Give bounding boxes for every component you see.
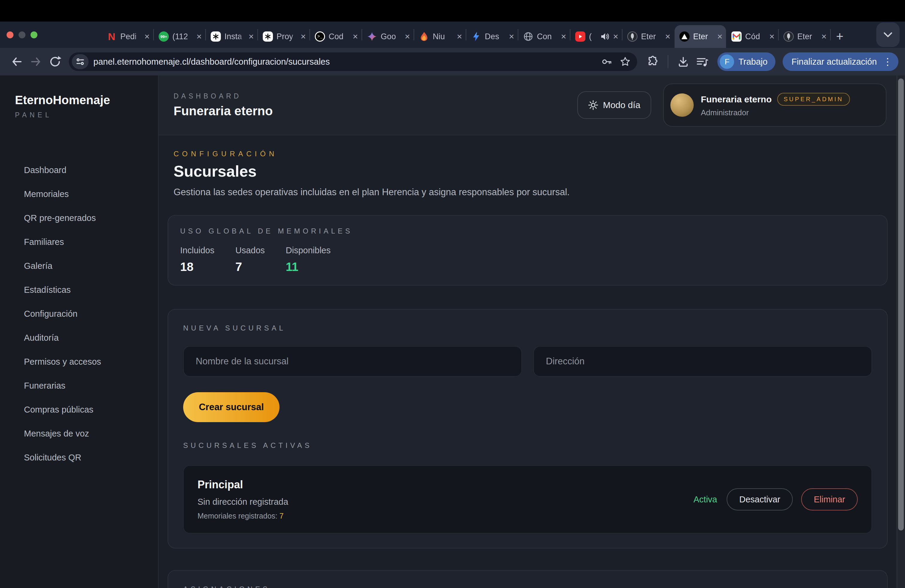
section-description: Gestiona las sedes operativas incluidas … bbox=[173, 187, 888, 198]
close-window-button[interactable] bbox=[6, 32, 13, 38]
tab-close-icon[interactable]: × bbox=[509, 32, 514, 41]
sidebar-item-qr-pregenerados[interactable]: QR pre-generados bbox=[15, 206, 158, 230]
tab-eter-1[interactable]: Eter × bbox=[622, 25, 674, 48]
tab-goo[interactable]: Goo × bbox=[362, 25, 414, 48]
section-eyebrow: CONFIGURACIÓN bbox=[173, 150, 888, 158]
stat-disponibles: Disponibles 11 bbox=[286, 245, 331, 273]
branch-address-input[interactable] bbox=[533, 346, 872, 377]
extensions-puzzle-icon[interactable] bbox=[644, 53, 661, 70]
audio-speaker-icon[interactable] bbox=[600, 32, 609, 41]
passwords-key-icon[interactable] bbox=[601, 56, 612, 67]
tab-close-icon[interactable]: × bbox=[352, 32, 358, 41]
deactivate-branch-button[interactable]: Desactivar bbox=[727, 488, 793, 510]
lightning-bolt-icon bbox=[471, 32, 481, 41]
tab-close-icon[interactable]: × bbox=[717, 32, 722, 41]
theme-toggle-button[interactable]: Modo día bbox=[577, 91, 651, 119]
tab-search-button[interactable] bbox=[876, 22, 900, 47]
bookmark-star-icon[interactable] bbox=[620, 56, 630, 67]
sidebar-item-mensajes[interactable]: Mensajes de voz bbox=[15, 421, 158, 445]
new-branch-label: NUEVA SUCURSAL bbox=[183, 324, 872, 332]
page-header: DASHBOARD Funeraria eterno Modo día Fune… bbox=[159, 75, 897, 135]
usage-card: USO GLOBAL DE MEMORIALES Incluidos 18 Us… bbox=[168, 215, 888, 286]
scrollbar-thumb[interactable] bbox=[898, 78, 904, 531]
browser-menu-icon[interactable]: ⋮ bbox=[883, 56, 892, 67]
new-tab-button[interactable]: + bbox=[831, 25, 849, 48]
sidebar-item-funerarias[interactable]: Funerarias bbox=[15, 373, 158, 397]
branch-name-input[interactable] bbox=[183, 346, 522, 377]
address-bar[interactable]: panel.eternohomenaje.cl/dashboard/config… bbox=[69, 52, 637, 71]
tab-gmail[interactable]: Cód × bbox=[727, 25, 778, 48]
back-button[interactable] bbox=[8, 53, 25, 70]
chatgpt-icon bbox=[263, 32, 273, 41]
profile-chip[interactable]: F Trabajo bbox=[718, 52, 775, 71]
stat-incluidos: Incluidos 18 bbox=[180, 245, 214, 273]
finish-update-button[interactable]: Finalizar actualización ⋮ bbox=[783, 52, 899, 71]
tab-proy[interactable]: Proy × bbox=[258, 25, 310, 48]
minimize-window-button[interactable] bbox=[19, 32, 25, 38]
site-settings-icon[interactable] bbox=[72, 54, 89, 69]
sidebar-item-solicitudes[interactable]: Solicitudes QR bbox=[15, 445, 158, 469]
tab-niu[interactable]: Niu × bbox=[414, 25, 466, 48]
tab-close-icon[interactable]: × bbox=[769, 32, 775, 41]
sidebar-nav: Dashboard Memoriales QR pre-generados Fa… bbox=[15, 158, 158, 469]
vercel-triangle-icon bbox=[680, 32, 689, 41]
sidebar-item-permisos[interactable]: Permisos y accesos bbox=[15, 350, 158, 373]
sidebar-item-familiares[interactable]: Familiares bbox=[15, 230, 158, 254]
page-title: Funeraria eterno bbox=[173, 104, 273, 118]
scrollbar-track[interactable] bbox=[897, 75, 905, 588]
tab-youtube[interactable]: ( × bbox=[570, 25, 622, 48]
tab-eter-2[interactable]: Eter × bbox=[779, 25, 830, 48]
downloads-icon[interactable] bbox=[675, 53, 692, 70]
tab-eter-active[interactable]: Eter × bbox=[675, 25, 726, 48]
delete-branch-button[interactable]: Eliminar bbox=[801, 488, 858, 510]
media-controls-icon[interactable] bbox=[694, 53, 711, 70]
tab-pedi[interactable]: N Pedi × bbox=[102, 25, 153, 48]
tab-close-icon[interactable]: × bbox=[405, 32, 410, 41]
tab-close-icon[interactable]: × bbox=[300, 32, 306, 41]
eterno-leaf-icon bbox=[627, 32, 637, 41]
tab-close-icon[interactable]: × bbox=[457, 32, 462, 41]
create-branch-button[interactable]: Crear sucursal bbox=[183, 392, 279, 422]
tab-close-icon[interactable]: × bbox=[561, 32, 566, 41]
tab-close-icon[interactable]: × bbox=[196, 32, 202, 41]
sidebar-item-dashboard[interactable]: Dashboard bbox=[15, 158, 158, 182]
tab-close-icon[interactable]: × bbox=[144, 32, 150, 41]
reload-button[interactable] bbox=[47, 53, 64, 70]
tab-close-icon[interactable]: × bbox=[821, 32, 827, 41]
sidebar-item-galeria[interactable]: Galería bbox=[15, 254, 158, 278]
sidebar-item-compras[interactable]: Compras públicas bbox=[15, 397, 158, 421]
forward-button[interactable] bbox=[27, 53, 44, 70]
tab-insta[interactable]: Insta × bbox=[206, 25, 257, 48]
chevron-down-icon bbox=[883, 32, 892, 37]
stat-value-disponibles: 11 bbox=[286, 260, 331, 273]
tab-cod[interactable]: >_ Cod × bbox=[310, 25, 362, 48]
url-text[interactable]: panel.eternohomenaje.cl/dashboard/config… bbox=[94, 57, 594, 67]
window-controls bbox=[6, 22, 37, 48]
branch-memorials-count: 7 bbox=[279, 512, 284, 520]
user-card[interactable]: Funeraria eterno SUPER_ADMIN Administrad… bbox=[663, 84, 886, 127]
tab-des[interactable]: Des × bbox=[466, 25, 518, 48]
stat-value-usados: 7 bbox=[235, 260, 265, 273]
main-panel: DASHBOARD Funeraria eterno Modo día Fune… bbox=[159, 75, 897, 588]
branch-row-principal: Principal Sin dirección registrada Memor… bbox=[183, 465, 872, 534]
sidebar-item-estadisticas[interactable]: Estadísticas bbox=[15, 278, 158, 302]
sidebar-item-configuracion[interactable]: Configuración bbox=[15, 302, 158, 326]
gmail-icon bbox=[732, 32, 741, 41]
section-title: Sucursales bbox=[173, 162, 888, 180]
sidebar-item-memoriales[interactable]: Memoriales bbox=[15, 182, 158, 206]
tab-con[interactable]: Con × bbox=[518, 25, 570, 48]
youtube-icon bbox=[575, 32, 585, 41]
tab-whatsapp[interactable]: 99+ (112 × bbox=[154, 25, 205, 48]
tab-close-icon[interactable]: × bbox=[248, 32, 254, 41]
user-name: Funeraria eterno bbox=[701, 94, 772, 105]
chatgpt-icon bbox=[211, 32, 221, 41]
red-n-icon: N bbox=[106, 32, 117, 41]
zoom-window-button[interactable] bbox=[30, 32, 37, 38]
theme-toggle-label: Modo día bbox=[603, 100, 640, 110]
tab-close-icon[interactable]: × bbox=[665, 32, 670, 41]
page-viewport: EternoHomenaje PANEL Dashboard Memoriale… bbox=[0, 75, 905, 588]
tab-close-icon[interactable]: × bbox=[613, 32, 618, 41]
sidebar-item-auditoria[interactable]: Auditoría bbox=[15, 326, 158, 350]
stat-usados: Usados 7 bbox=[235, 245, 265, 273]
toolbar-divider bbox=[668, 55, 668, 68]
